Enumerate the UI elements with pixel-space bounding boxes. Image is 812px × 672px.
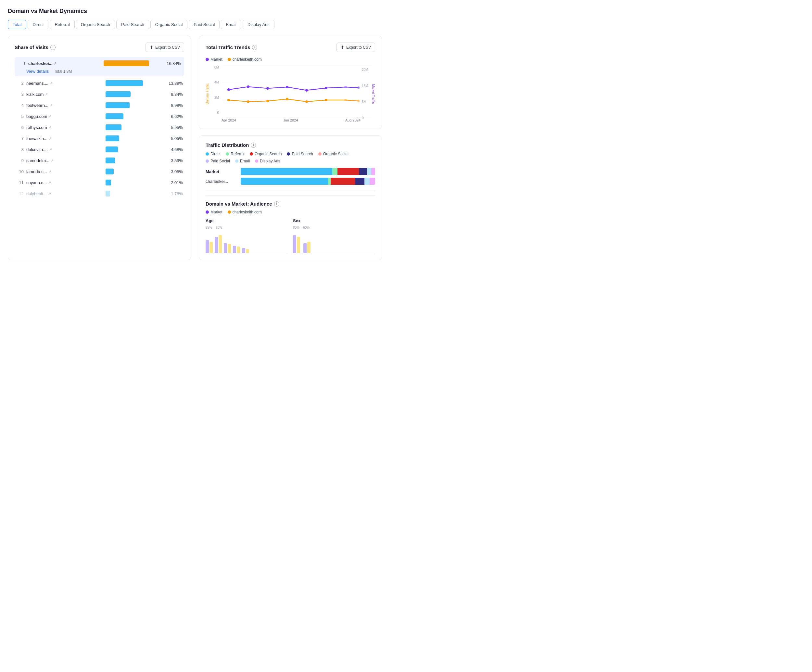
svg-point-6 xyxy=(266,87,269,90)
share-item-5: 5 baggu.com ↗ 6.62% xyxy=(15,111,184,122)
bar-fill-8 xyxy=(106,147,118,152)
domain-3: kizik.com ↗ xyxy=(26,92,103,97)
external-link-icon-5[interactable]: ↗ xyxy=(48,114,51,119)
x-label-aug: Aug 2024 xyxy=(345,118,360,122)
tab-total[interactable]: Total xyxy=(8,20,26,29)
sex-bar-market-f xyxy=(293,235,296,253)
tab-display-ads[interactable]: Display Ads xyxy=(242,20,275,29)
audience-dot-domain xyxy=(228,210,231,214)
dist-legend-display: Display Ads xyxy=(255,159,280,164)
age-group-3544 xyxy=(224,243,231,253)
rank-7: 7 xyxy=(16,136,24,141)
dist-label-email: Email xyxy=(240,159,250,164)
legend-market-label: Market xyxy=(210,57,222,62)
pct-12: 1.78% xyxy=(160,191,183,196)
bar-2 xyxy=(106,80,157,86)
bar-10 xyxy=(106,169,157,174)
external-link-icon-3[interactable]: ↗ xyxy=(45,92,48,96)
age-group-55plus xyxy=(242,248,249,253)
svg-point-19 xyxy=(357,100,360,102)
external-link-icon-1[interactable]: ↗ xyxy=(54,61,56,66)
bar-fill-7 xyxy=(106,135,119,141)
domain-11: cuyana.c... ↗ xyxy=(26,180,103,185)
dist-dot-email xyxy=(235,159,239,163)
domain-4: footwearn... ↗ xyxy=(26,103,103,108)
export-up-icon: ⬆ xyxy=(150,45,153,50)
dist-bar-market xyxy=(241,168,375,175)
share-item-7: 7 thewalkin... ↗ 5.05% xyxy=(15,133,184,144)
tab-direct[interactable]: Direct xyxy=(27,20,48,29)
dist-seg-domain-direct xyxy=(241,177,328,185)
external-link-icon-7[interactable]: ↗ xyxy=(49,136,52,141)
tabs-bar: Total Direct Referral Organic Search Pai… xyxy=(8,20,382,29)
rank-3: 3 xyxy=(16,92,24,97)
total-traffic-panel: Total Traffic Trends i ⬆ Export to CSV M… xyxy=(199,36,382,129)
dist-legend: Direct Referral Organic Search Paid Sear… xyxy=(206,152,375,164)
share-export-label: Export to CSV xyxy=(155,45,180,50)
sex-group-m xyxy=(304,242,310,253)
external-link-icon-10[interactable]: ↗ xyxy=(48,169,51,174)
rank-8: 8 xyxy=(16,147,24,152)
external-link-icon-11[interactable]: ↗ xyxy=(48,181,51,185)
bar-6 xyxy=(106,125,157,130)
pct-1: 16.84% xyxy=(158,61,181,66)
rank-4: 4 xyxy=(16,103,24,108)
share-item-3: 3 kizik.com ↗ 9.34% xyxy=(15,89,184,100)
pct-10: 3.05% xyxy=(160,169,183,174)
view-details-link[interactable]: View details xyxy=(26,69,49,74)
external-link-icon-2[interactable]: ↗ xyxy=(50,81,53,85)
tab-email[interactable]: Email xyxy=(221,20,241,29)
share-item-12: 12 dulyhealt... ↗ 1.78% xyxy=(15,188,184,199)
age-bar-domain-3544 xyxy=(228,244,231,253)
age-group-4554 xyxy=(233,246,240,253)
dist-label-market: Market xyxy=(206,169,238,174)
bar-fill-2 xyxy=(106,80,143,86)
tab-paid-social[interactable]: Paid Social xyxy=(189,20,220,29)
tab-organic-search[interactable]: Organic Search xyxy=(76,20,115,29)
share-item-4: 4 footwearn... ↗ 8.98% xyxy=(15,100,184,111)
svg-point-13 xyxy=(247,101,249,103)
rank-2: 2 xyxy=(16,81,24,86)
chart-inner: 6M 4M 2M 0 xyxy=(210,66,360,122)
traffic-info-icon[interactable]: i xyxy=(252,45,257,50)
external-link-icon-12[interactable]: ↗ xyxy=(48,192,51,196)
share-info-icon[interactable]: i xyxy=(50,45,56,50)
audience-section: Domain vs Market: Audience i Market char… xyxy=(206,196,375,253)
dist-info-icon[interactable]: i xyxy=(251,143,256,148)
audience-grid: Age 25% 20% xyxy=(206,218,375,253)
bar-fill-5 xyxy=(106,113,123,119)
tab-organic-social[interactable]: Organic Social xyxy=(150,20,188,29)
tab-paid-search[interactable]: Paid Search xyxy=(116,20,149,29)
external-link-icon-4[interactable]: ↗ xyxy=(50,103,53,107)
domain-5: baggu.com ↗ xyxy=(26,114,103,119)
chart-wrapper: Domain Traffic 6M 4M 2M 0 xyxy=(206,66,375,122)
domain-8: dolcevita.... ↗ xyxy=(26,147,103,152)
dist-seg-domain-display xyxy=(370,177,375,185)
external-link-icon-9[interactable]: ↗ xyxy=(51,159,54,163)
y-axis-right-container: 20M 15M 5M 0 Market Traffic xyxy=(362,66,375,122)
age-group-2534 xyxy=(215,235,222,253)
legend-domain: charleskeith.com xyxy=(228,57,262,62)
dist-label-referral: Referral xyxy=(230,152,245,156)
age-group-1824 xyxy=(206,240,213,253)
external-link-icon-8[interactable]: ↗ xyxy=(49,147,52,152)
dist-seg-market-display xyxy=(371,168,375,175)
svg-point-18 xyxy=(344,99,347,101)
share-export-button[interactable]: ⬆ Export to CSV xyxy=(145,43,184,52)
svg-point-4 xyxy=(227,88,230,91)
dist-seg-domain-email xyxy=(364,177,370,185)
tab-referral[interactable]: Referral xyxy=(50,20,74,29)
pct-2: 13.89% xyxy=(160,81,183,86)
external-link-icon-6[interactable]: ↗ xyxy=(48,125,51,130)
traffic-export-button[interactable]: ⬆ Export to CSV xyxy=(336,43,375,52)
pct-3: 9.34% xyxy=(160,92,183,97)
domain-12: dulyhealt... ↗ xyxy=(26,191,103,196)
audience-info-icon[interactable]: i xyxy=(274,201,279,206)
pct-7: 5.05% xyxy=(160,136,183,141)
dist-title-text: Traffic Distribution xyxy=(206,142,249,148)
share-of-visits-panel: Share of Visits i ⬆ Export to CSV 1 char… xyxy=(8,36,191,260)
bar-11 xyxy=(106,180,157,186)
svg-point-8 xyxy=(305,89,308,92)
share-list: 1 charleskei... ↗ 16.84% View details xyxy=(15,57,184,199)
rank-10: 10 xyxy=(16,169,24,174)
